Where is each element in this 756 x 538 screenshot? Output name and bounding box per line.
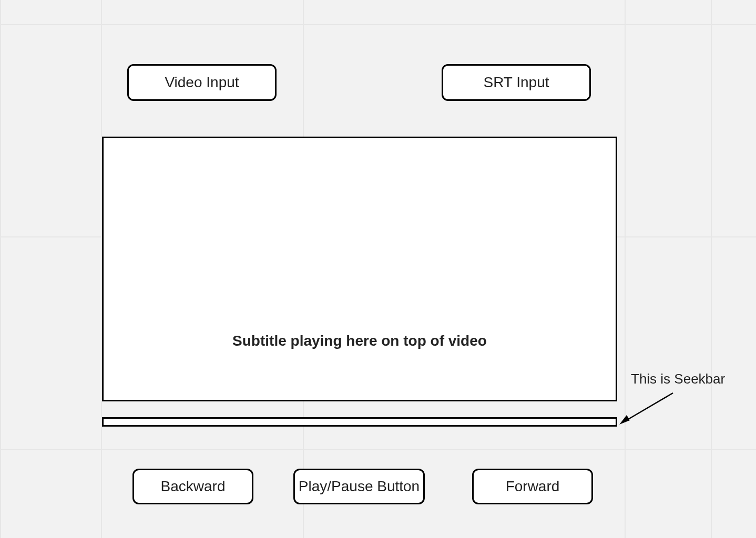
annotation-arrow-icon bbox=[615, 389, 678, 431]
video-input-label: Video Input bbox=[165, 74, 239, 91]
video-player-frame[interactable]: Subtitle playing here on top of video bbox=[102, 137, 617, 401]
forward-button[interactable]: Forward bbox=[472, 469, 593, 504]
play-pause-label: Play/Pause Button bbox=[299, 478, 420, 495]
video-input-button[interactable]: Video Input bbox=[127, 64, 277, 101]
backward-label: Backward bbox=[161, 478, 226, 495]
srt-input-button[interactable]: SRT Input bbox=[442, 64, 591, 101]
seekbar-annotation: This is Seekbar bbox=[631, 371, 725, 387]
seekbar[interactable] bbox=[102, 417, 617, 427]
forward-label: Forward bbox=[506, 478, 560, 495]
svg-line-0 bbox=[625, 393, 673, 421]
svg-marker-1 bbox=[619, 415, 630, 425]
play-pause-button[interactable]: Play/Pause Button bbox=[293, 469, 425, 504]
srt-input-label: SRT Input bbox=[483, 74, 549, 91]
backward-button[interactable]: Backward bbox=[132, 469, 253, 504]
subtitle-overlay: Subtitle playing here on top of video bbox=[104, 333, 616, 349]
